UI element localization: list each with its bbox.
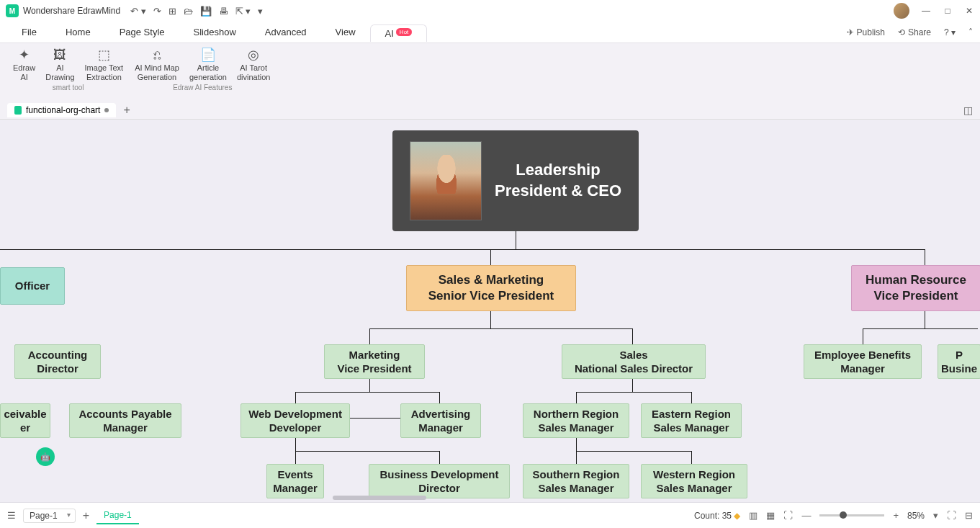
menu-page-style[interactable]: Page Style (105, 24, 179, 40)
chevron-down-icon[interactable]: ▾ (933, 510, 938, 521)
count-label: Count: 35 ◆ (694, 511, 740, 521)
menu-advanced[interactable]: Advanced (251, 24, 321, 40)
menu-ai[interactable]: AIHot (370, 24, 428, 42)
zoom-out-button[interactable]: — (801, 510, 811, 521)
minimize-icon[interactable]: — (921, 6, 931, 16)
ai-chat-fab[interactable]: 🤖 (36, 447, 55, 466)
page-tab[interactable]: Page-1 (96, 507, 139, 524)
zoom-slider[interactable] (819, 514, 884, 516)
close-icon[interactable]: ✕ (964, 6, 974, 16)
node-hr[interactable]: Human Resource Vice President (851, 265, 980, 311)
tool-label: Article generation (189, 63, 227, 82)
connector (490, 249, 491, 265)
connector (295, 451, 296, 464)
node-line1: Advertising (411, 407, 471, 421)
node-line1: Southern Region (533, 467, 620, 482)
tool-label: Image Text Extraction (85, 63, 124, 82)
menu-home[interactable]: Home (51, 24, 105, 40)
tool-tarot[interactable]: ◎AI Tarot divination (237, 48, 270, 82)
menu-file[interactable]: File (7, 24, 51, 40)
node-advertising[interactable]: Advertising Manager (400, 403, 481, 438)
node-line2: Sales Manager (653, 421, 729, 435)
connector (691, 392, 692, 403)
node-line1: Marketing (349, 348, 400, 362)
article-icon: 📄 (200, 48, 216, 63)
node-line1: Accounting (28, 348, 88, 362)
add-tab-button[interactable]: + (123, 104, 130, 117)
node-line2: Manager (273, 481, 318, 496)
document-tab[interactable]: functional-org-chart (7, 103, 116, 117)
fit-icon[interactable]: ⛶ (783, 510, 793, 521)
node-line1: Sales (619, 348, 647, 362)
tool-article-gen[interactable]: 📄Article generation (189, 48, 227, 82)
connector (576, 438, 577, 451)
redo-icon[interactable]: ↷ (153, 6, 161, 17)
maximize-icon[interactable]: □ (943, 6, 953, 16)
tool-mindmap-gen[interactable]: ⎌AI Mind Map Generation (135, 48, 179, 82)
node-line1: Sales & Marketing (439, 272, 544, 288)
page-selector[interactable]: Page-1 (23, 509, 76, 523)
node-east[interactable]: Eastern Region Sales Manager (641, 403, 742, 438)
node-benefits[interactable]: Employee Benefits Manager (804, 344, 922, 379)
node-line2: Senior Vice President (428, 288, 554, 304)
tool-image-text[interactable]: ⬚Image Text Extraction (85, 48, 124, 82)
zoom-in-button[interactable]: + (893, 510, 899, 521)
menu-view[interactable]: View (321, 24, 370, 40)
open-icon[interactable]: 🗁 (184, 6, 193, 17)
scrollbar-horizontal[interactable] (333, 496, 426, 500)
tarot-icon: ◎ (248, 48, 259, 63)
node-p-busine[interactable]: P Busine (938, 344, 980, 379)
tool-ai-drawing[interactable]: 🖼AI Drawing (45, 48, 74, 82)
more-icon[interactable]: ▾ (258, 6, 263, 17)
node-root[interactable]: Leadership President & CEO (392, 130, 639, 231)
publish-label: Publish (857, 27, 885, 37)
node-sales-marketing[interactable]: Sales & Marketing Senior Vice President (406, 265, 576, 311)
node-events[interactable]: Events Manager (266, 464, 324, 498)
publish-button[interactable]: ✈Publish (847, 27, 885, 37)
print-icon[interactable]: 🖶 (219, 6, 228, 17)
node-accounting[interactable]: Accounting Director (14, 344, 101, 379)
node-line1: ceivable (4, 407, 46, 421)
user-avatar[interactable] (894, 3, 909, 19)
collapse-icon[interactable]: ⊟ (965, 510, 973, 521)
menu-slideshow[interactable]: Slideshow (179, 24, 251, 40)
node-officer[interactable]: Officer (0, 267, 65, 305)
node-payable[interactable]: Accounts Payable Manager (69, 403, 181, 438)
connector (295, 392, 296, 403)
view-mode-icon[interactable]: ▥ (749, 510, 758, 521)
help-button[interactable]: ? ▾ (944, 27, 956, 37)
connector (576, 392, 691, 393)
node-line2: Developer (269, 421, 322, 435)
node-webdev[interactable]: Web Development Developer (240, 403, 350, 438)
node-line2: Sales Manager (656, 481, 732, 496)
tool-edraw-ai[interactable]: ✦Edraw AI (13, 48, 35, 82)
node-receivable[interactable]: ceivable er (0, 403, 50, 438)
view-mode-icon-2[interactable]: ▦ (766, 510, 775, 521)
node-north[interactable]: Northern Region Sales Manager (523, 403, 629, 438)
connector (632, 328, 633, 344)
mindmap-icon: ⎌ (153, 48, 161, 63)
new-icon[interactable]: ⊞ (168, 6, 176, 17)
add-page-button[interactable]: + (83, 509, 89, 522)
node-line1: Events (277, 467, 313, 482)
canvas[interactable]: Leadership President & CEO Officer Sales… (0, 120, 980, 502)
node-south[interactable]: Southern Region Sales Manager (523, 464, 629, 498)
node-bizdev[interactable]: Business Development Director (369, 464, 510, 498)
share-button[interactable]: ⟲Share (898, 27, 931, 37)
count-text: Count: 35 (694, 511, 732, 521)
node-marketing-vp[interactable]: Marketing Vice President (324, 344, 425, 379)
export-icon[interactable]: ⇱ ▾ (235, 6, 251, 17)
menu-bar: File Home Page Style Slideshow Advanced … (0, 22, 980, 43)
outline-icon[interactable]: ☰ (7, 510, 16, 521)
panel-toggle-icon[interactable]: ◫ (963, 104, 973, 116)
diamond-icon: ◆ (734, 511, 740, 521)
zoom-level[interactable]: 85% (907, 511, 925, 521)
node-west[interactable]: Western Region Sales Manager (641, 464, 747, 498)
node-sales-director[interactable]: Sales National Sales Director (562, 344, 706, 379)
collapse-ribbon-icon[interactable]: ˄ (968, 27, 973, 37)
fullscreen-icon[interactable]: ⛶ (947, 510, 956, 521)
connector (863, 328, 978, 329)
tool-label: AI Drawing (45, 63, 74, 82)
save-icon[interactable]: 💾 (200, 6, 212, 17)
undo-icon[interactable]: ↶ ▾ (130, 6, 146, 17)
